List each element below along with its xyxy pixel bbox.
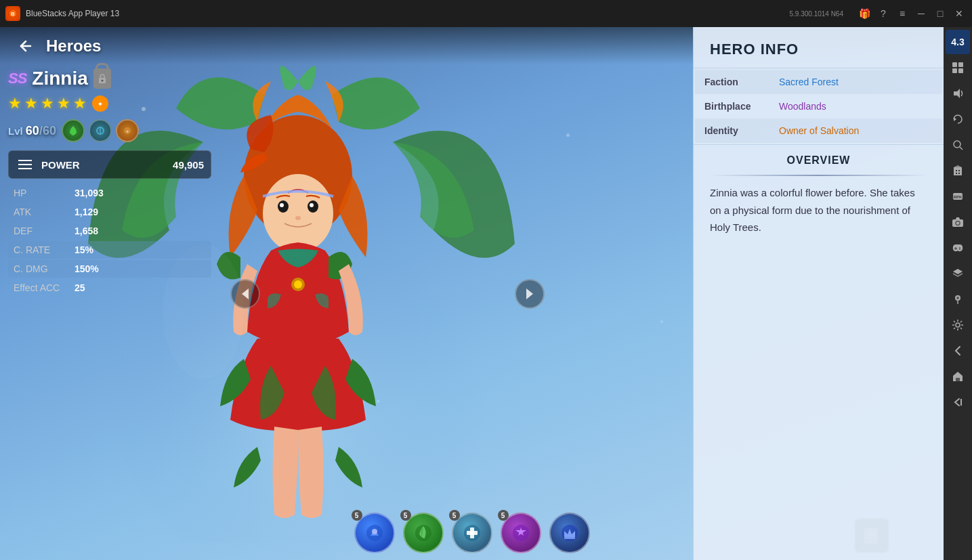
help-button[interactable]: ? — [876, 6, 891, 21]
app-icon: B — [5, 6, 20, 21]
level-value: 60 — [26, 124, 39, 137]
svg-rect-10 — [954, 167, 962, 175]
stars-row: ★ ★ ★ ★ ★ ✦ — [8, 95, 211, 112]
sidebar-location-icon[interactable] — [946, 287, 970, 311]
sidebar-layers-icon[interactable] — [946, 261, 970, 286]
skill-circle-1[interactable] — [62, 119, 85, 142]
svg-rect-18 — [952, 219, 963, 227]
app-subtitle: 5.9.300.1014 N64 — [789, 10, 843, 18]
power-menu-icon[interactable] — [16, 155, 35, 174]
svg-text:RPK: RPK — [954, 195, 963, 199]
sidebar-rpk-icon[interactable]: RPK — [946, 184, 970, 209]
page-title: Heroes — [46, 37, 101, 56]
svg-point-8 — [954, 141, 960, 148]
skill-circle-3[interactable]: + — [116, 119, 139, 142]
svg-rect-61 — [467, 531, 478, 535]
particle — [566, 133, 570, 137]
minimize-button[interactable]: ─ — [914, 6, 929, 21]
svg-rect-5 — [958, 68, 963, 73]
stat-efacc-label: Effect ACC — [14, 282, 75, 293]
birthplace-value: Woodlands — [769, 94, 942, 119]
main-wrapper: 4.3 — [0, 27, 972, 560]
skill-badge-4: 5 — [498, 510, 509, 521]
rating-badge[interactable]: 4.3 — [946, 30, 970, 54]
sidebar-building-icon[interactable] — [946, 158, 970, 183]
star-2: ★ — [24, 95, 38, 112]
right-sidebar: 4.3 — [944, 27, 972, 560]
gift-button[interactable]: 🎁 — [857, 6, 872, 21]
sidebar-rotate-icon[interactable] — [946, 107, 970, 131]
power-label: POWER — [41, 159, 166, 171]
skill-badge-2: 5 — [400, 510, 411, 521]
stat-hp-value: 31,093 — [75, 188, 104, 198]
sidebar-camera-icon[interactable] — [946, 210, 970, 234]
overview-divider — [710, 175, 927, 176]
svg-point-23 — [959, 249, 960, 250]
sidebar-search-icon[interactable] — [946, 133, 970, 157]
particle — [660, 320, 663, 323]
svg-marker-6 — [954, 89, 960, 98]
skill-item-5[interactable] — [549, 513, 590, 553]
close-button[interactable]: ✕ — [952, 6, 967, 21]
sidebar-back-icon[interactable] — [946, 339, 970, 363]
hero-info-panel: HERO INFO Faction Sacred Forest Birthpla… — [693, 27, 944, 560]
svg-point-57 — [372, 529, 377, 534]
svg-rect-64 — [564, 537, 575, 539]
stat-def-label: DEF — [14, 225, 75, 236]
sidebar-volume-icon[interactable] — [946, 81, 970, 106]
skill-item-2[interactable]: 5 — [403, 513, 444, 553]
power-row: POWER 49,905 — [8, 150, 211, 179]
stat-atk-label: ATK — [14, 207, 75, 217]
hero-stats-panel: SS Zinnia ★ ★ ★ ★ ★ — [8, 68, 211, 298]
svg-point-40 — [295, 216, 301, 220]
svg-rect-14 — [958, 173, 960, 174]
info-row-birthplace: Birthplace Woodlands — [695, 94, 942, 119]
back-button[interactable] — [11, 31, 41, 61]
svg-marker-7 — [954, 117, 956, 121]
nav-arrow-right[interactable] — [515, 279, 545, 309]
stat-atk: ATK 1,129 — [8, 203, 211, 221]
overview-title: OVERVIEW — [710, 154, 927, 167]
skill-orb-5[interactable] — [549, 513, 590, 553]
stat-def: DEF 1,658 — [8, 222, 211, 240]
svg-text:+: + — [126, 129, 129, 135]
level-max: /60 — [39, 124, 56, 137]
bonus-icon: ✦ — [92, 95, 108, 112]
svg-point-22 — [959, 247, 960, 249]
sidebar-gamepad-icon[interactable] — [946, 236, 970, 260]
stat-efacc: Effect ACC 25 — [8, 279, 211, 297]
stat-crate-value: 15% — [75, 244, 93, 255]
lock-icon[interactable] — [93, 68, 111, 89]
hero-info-title: HERO INFO — [710, 41, 799, 58]
sidebar-settings-icon[interactable] — [946, 313, 970, 337]
svg-rect-31 — [956, 378, 960, 381]
info-row-faction: Faction Sacred Forest — [695, 70, 942, 94]
star-3: ★ — [41, 95, 54, 112]
menu-button[interactable]: ≡ — [895, 6, 910, 21]
sidebar-expand-icon[interactable] — [946, 56, 970, 80]
svg-rect-12 — [958, 170, 960, 171]
hero-name: Zinnia — [32, 68, 87, 89]
stat-crate-label: C. RATE — [14, 244, 75, 255]
svg-marker-55 — [526, 288, 533, 299]
stat-def-value: 1,658 — [75, 225, 98, 236]
nav-arrow-left[interactable] — [230, 279, 260, 309]
overview-text: Zinnia was a colorful flower before. She… — [710, 184, 927, 236]
star-4: ★ — [57, 95, 70, 112]
sidebar-collapse-icon[interactable] — [946, 390, 970, 414]
svg-point-39 — [310, 203, 314, 207]
skill-item-4[interactable]: 5 — [501, 513, 541, 553]
maximize-button[interactable]: □ — [933, 6, 948, 21]
skill-item-3[interactable]: 5 — [452, 513, 492, 553]
skill-item-1[interactable]: 5 — [354, 513, 395, 553]
hero-info-header: HERO INFO — [694, 27, 944, 68]
skill-circle-2[interactable] — [89, 119, 112, 142]
info-row-identity: Identity Owner of Salvation — [695, 119, 942, 143]
sidebar-home-icon[interactable] — [946, 364, 970, 389]
birthplace-key: Birthplace — [695, 94, 769, 119]
svg-rect-3 — [958, 62, 963, 67]
overview-section: OVERVIEW Zinnia was a colorful flower be… — [694, 144, 944, 560]
titlebar: B BlueStacks App Player 13 5.9.300.1014 … — [0, 0, 972, 27]
stat-cdmg-value: 150% — [75, 263, 99, 274]
stat-efacc-value: 25 — [75, 282, 85, 293]
